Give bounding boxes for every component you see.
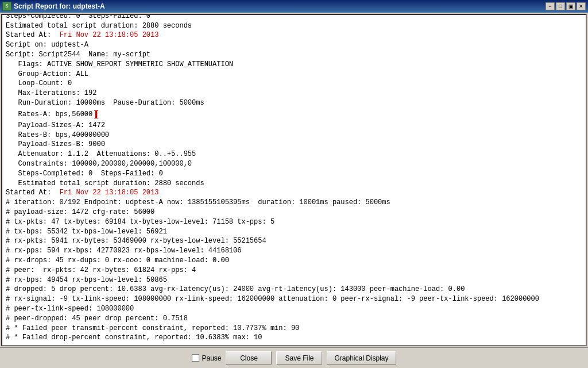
pause-checkbox-wrap: Pause <box>192 354 221 362</box>
button-bar: Pause Close Save File Graphical Display <box>0 347 588 368</box>
minimize-button[interactable]: − <box>546 2 555 10</box>
report-text: Constraints: 100000,200000,200000,100000… <box>6 15 582 343</box>
report-scroll-area[interactable]: Constraints: 100000,200000,200000,100000… <box>2 15 586 345</box>
window-icon: S <box>2 2 11 11</box>
restore-button[interactable]: □ <box>556 2 565 10</box>
close-button[interactable]: ✕ <box>577 2 586 10</box>
pause-label[interactable]: Pause <box>202 354 221 362</box>
save-file-button[interactable]: Save File <box>276 351 322 365</box>
window-controls[interactable]: − □ ▣ ✕ <box>546 2 586 10</box>
window-title: Script Report for: udptest-A <box>14 2 105 10</box>
graphical-display-button[interactable]: Graphical Display <box>327 351 396 365</box>
maximize-button[interactable]: ▣ <box>566 2 575 10</box>
main-content: Constraints: 100000,200000,200000,100000… <box>1 14 587 346</box>
title-bar: S Script Report for: udptest-A − □ ▣ ✕ <box>0 0 588 13</box>
close-button[interactable]: Close <box>226 351 272 365</box>
pause-checkbox[interactable] <box>192 354 199 362</box>
